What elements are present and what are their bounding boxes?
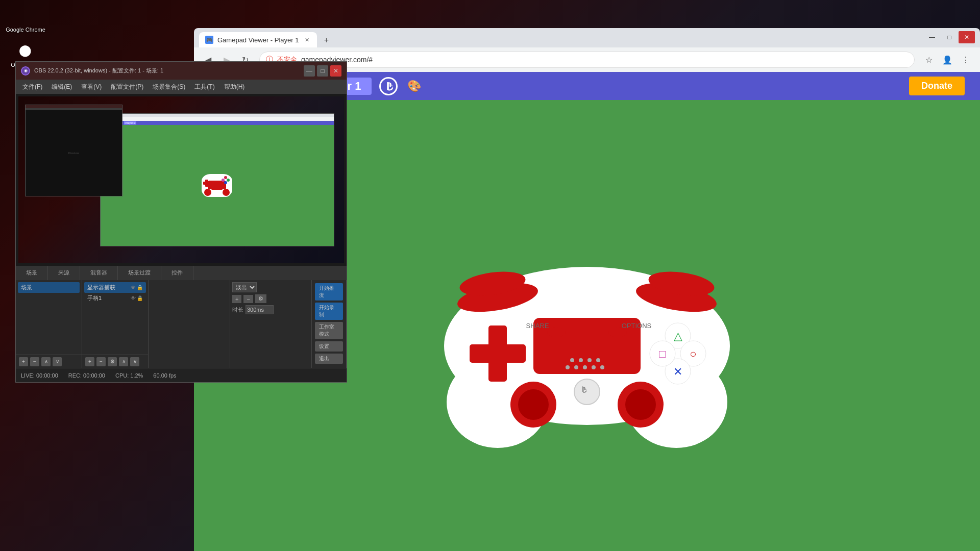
svg-point-12: [600, 365, 604, 369]
obs-menu-view[interactable]: 查看(V): [77, 81, 106, 93]
obs-close-button[interactable]: ✕: [330, 65, 341, 77]
lock-icon: 🔒: [137, 285, 143, 290]
chrome-maximize-button[interactable]: □: [941, 31, 958, 43]
obs-source-down-button[interactable]: ∨: [130, 357, 139, 366]
obs-scene-item[interactable]: 场景: [18, 282, 80, 293]
chrome-titlebar: 🎮 Gamepad Viewer - Player 1 ✕ + — □ ✕: [194, 28, 980, 47]
obs-exit-button[interactable]: 退出: [315, 354, 343, 364]
obs-menu-edit[interactable]: 编辑(E): [47, 81, 76, 93]
palette-icon: 🎨: [405, 77, 424, 95]
obs-icon: ⬤: [15, 40, 36, 61]
obs-cpu-status: CPU: 1.2%: [115, 372, 143, 379]
obs-minimize-button[interactable]: —: [304, 65, 315, 77]
svg-point-5: [579, 358, 583, 362]
obs-menu-scenecollection[interactable]: 场景集合(S): [149, 81, 189, 93]
obs-fps-status: 60.00 fps: [153, 372, 176, 379]
obs-controls-list: 开始推流 开始录制 工作室模式 设置 退出: [312, 280, 346, 367]
obs-menu-file[interactable]: 文件(F): [18, 81, 46, 93]
obs-bottom-panels: 场景 来源 混音器 场景过渡 控件 场景 + − ∧ ∨: [16, 266, 347, 368]
nav-right-buttons: ☆ 👤 ⋮: [921, 52, 974, 68]
obs-transitions-tab[interactable]: 场景过渡: [118, 266, 161, 280]
obs-rec-status: REC: 00:00:00: [68, 372, 105, 379]
chrome-desktop-icon[interactable]: Google Chrome: [3, 3, 48, 35]
obs-menu-profile[interactable]: 配置文件(P): [107, 81, 148, 93]
eye-icon2: 👁: [131, 295, 136, 301]
account-button[interactable]: 👤: [939, 52, 955, 68]
obs-source-display[interactable]: 显示器捕获 👁 🔒: [84, 282, 146, 293]
new-tab-button[interactable]: +: [319, 33, 333, 47]
obs-stream-button[interactable]: 开始推流: [315, 283, 343, 300]
address-bar[interactable]: ⓘ 不安全 gamepadviewer.com/#: [259, 52, 915, 68]
obs-source-panel: 显示器捕获 👁 🔒 手柄1 👁 🔒: [82, 280, 149, 368]
svg-text:△: △: [674, 330, 682, 342]
obs-source-icons: 👁 🔒: [131, 285, 143, 290]
svg-text:SHARE: SHARE: [526, 322, 549, 330]
obs-live-status: LIVE: 00:00:00: [21, 372, 58, 379]
svg-point-8: [574, 365, 578, 369]
svg-point-32: [547, 327, 566, 337]
obs-mixer-tab[interactable]: 混音器: [80, 266, 118, 280]
tab-title: Gamepad Viewer - Player 1: [217, 36, 299, 44]
svg-text:✕: ✕: [673, 365, 682, 378]
obs-studio-mode-button[interactable]: 工作室模式: [315, 322, 343, 339]
bookmark-button[interactable]: ☆: [921, 52, 937, 68]
obs-transition-settings[interactable]: ⚙: [255, 294, 266, 303]
chrome-icon: [15, 5, 36, 26]
obs-preview: Currently Viewing: Player 1: [16, 94, 347, 266]
obs-source-gamepad[interactable]: 手柄1 👁 🔒: [84, 293, 146, 304]
obs-source-up-button[interactable]: ∧: [119, 357, 128, 366]
obs-record-button[interactable]: 开始录制: [315, 303, 343, 320]
obs-scene-remove-button[interactable]: −: [30, 357, 39, 366]
obs-menubar: 文件(F) 编辑(E) 查看(V) 配置文件(P) 场景集合(S) 工具(T) …: [16, 80, 347, 94]
svg-text:OPTIONS: OPTIONS: [622, 322, 652, 330]
svg-point-10: [592, 365, 596, 369]
obs-source-add-button[interactable]: +: [85, 357, 94, 366]
obs-mixer-panel: [149, 280, 230, 368]
chrome-minimize-button[interactable]: —: [924, 31, 940, 43]
svg-point-6: [587, 358, 592, 362]
menu-button[interactable]: ⋮: [958, 52, 974, 68]
obs-source-tab[interactable]: 来源: [48, 266, 80, 280]
svg-point-4: [570, 358, 574, 362]
obs-transitions-panel: 淡出 + − ⚙ 时长: [230, 280, 312, 368]
obs-scene-add-button[interactable]: +: [19, 357, 28, 366]
obs-statusbar: LIVE: 00:00:00 REC: 00:00:00 CPU: 1.2% 6…: [16, 368, 347, 382]
svg-point-23: [625, 389, 656, 420]
obs-scene-panel: 场景 + − ∧ ∨: [16, 280, 82, 368]
obs-controls-tab[interactable]: 控件: [161, 266, 193, 280]
obs-panels-header: 场景 来源 混音器 场景过渡 控件: [16, 266, 347, 280]
obs-source-gamepad-icons: 👁 🔒: [131, 295, 143, 301]
obs-scene-tab[interactable]: 场景: [16, 266, 48, 280]
duration-input[interactable]: [246, 305, 274, 314]
obs-settings-button[interactable]: 设置: [315, 341, 343, 352]
obs-transition-add[interactable]: +: [232, 295, 241, 303]
lock-icon2: 🔒: [137, 295, 143, 301]
svg-point-9: [583, 365, 587, 369]
obs-menu-help[interactable]: 帮助(H): [220, 81, 249, 93]
svg-point-7: [596, 358, 600, 362]
chrome-close-button[interactable]: ✕: [959, 31, 975, 43]
obs-transition-remove[interactable]: −: [243, 295, 253, 303]
ps-icon: [379, 77, 398, 95]
obs-source-remove-button[interactable]: −: [96, 357, 106, 366]
obs-window: ◉ OBS 22.0.2 (32-bit, windows) - 配置文件: 1…: [15, 61, 347, 383]
chrome-tab-gamepad[interactable]: 🎮 Gamepad Viewer - Player 1 ✕: [199, 32, 317, 47]
obs-scene-down-button[interactable]: ∨: [53, 357, 62, 366]
obs-titlebar: ◉ OBS 22.0.2 (32-bit, windows) - 配置文件: 1…: [16, 62, 347, 80]
obs-fade-select[interactable]: 淡出: [232, 282, 257, 292]
obs-maximize-button[interactable]: □: [317, 65, 328, 77]
chrome-label: Google Chrome: [6, 27, 45, 33]
svg-text:○: ○: [690, 347, 696, 360]
obs-source-settings-button[interactable]: ⚙: [108, 357, 117, 366]
donate-button[interactable]: Donate: [909, 77, 965, 95]
obs-controls-panel: 开始推流 开始录制 工作室模式 设置 退出: [312, 280, 347, 368]
obs-source-footer: + − ⚙ ∧ ∨: [82, 355, 148, 368]
obs-mixer-content: [149, 280, 230, 368]
obs-title: OBS 22.0.2 (32-bit, windows) - 配置文件: 1 -…: [34, 67, 300, 74]
obs-preview-inner: Currently Viewing: Player 1: [18, 96, 344, 263]
tab-close-button[interactable]: ✕: [303, 36, 311, 44]
obs-panels-content: 场景 + − ∧ ∨ 显示器捕获 👁 🔒: [16, 280, 347, 368]
obs-scene-up-button[interactable]: ∧: [41, 357, 51, 366]
tab-favicon: 🎮: [205, 36, 213, 44]
obs-menu-tools[interactable]: 工具(T): [190, 81, 218, 93]
